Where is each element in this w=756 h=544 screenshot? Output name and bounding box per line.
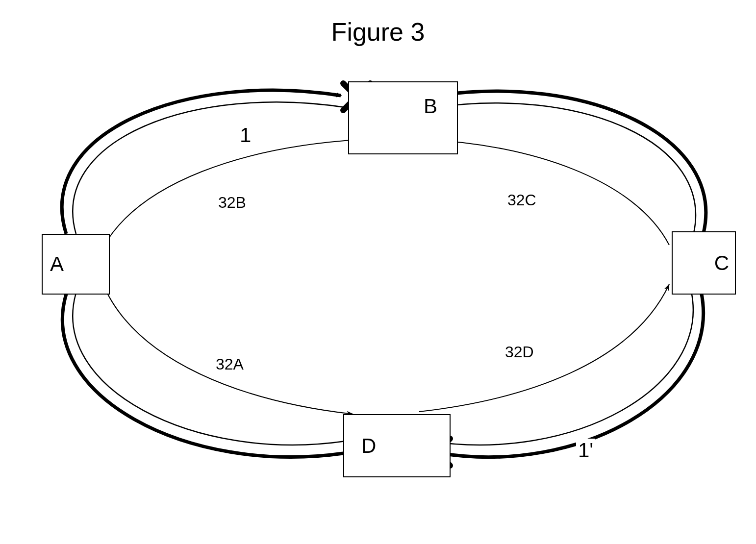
node-d-label: D: [361, 434, 376, 458]
inner-arc-32a: [102, 282, 353, 414]
mid-arc-bc: [431, 103, 696, 233]
diagram-container: Figure 3: [0, 0, 756, 544]
label-32d: 32D: [505, 343, 534, 361]
node-b: B: [348, 81, 458, 154]
label-32c: 32C: [507, 191, 536, 209]
node-d: D: [343, 414, 451, 477]
inner-arc-32d: [419, 284, 669, 412]
outer-arc-cd: [441, 292, 704, 457]
label-32b: 32B: [218, 194, 246, 212]
inner-arc-32c: [427, 140, 669, 245]
node-c: C: [672, 231, 736, 295]
label-outer-bottom: 1': [576, 439, 595, 462]
node-b-label: B: [424, 95, 437, 118]
mid-arc-da: [73, 293, 346, 445]
label-32a: 32A: [216, 355, 244, 373]
node-a: A: [42, 234, 110, 295]
outer-arc-ab: [62, 90, 341, 234]
node-a-label: A: [50, 252, 64, 276]
label-outer-top: 1: [238, 124, 253, 147]
mid-arc-cd: [429, 292, 693, 445]
node-c-label: C: [714, 251, 729, 275]
outer-arc-bc: [436, 91, 706, 233]
